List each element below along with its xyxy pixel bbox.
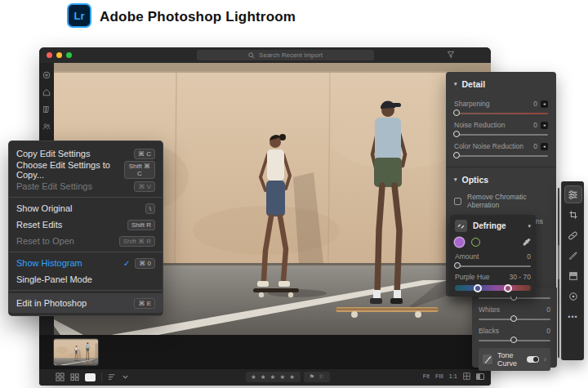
menu-item-edit-in-photoshop[interactable]: Edit in Photoshop ⌘ E	[9, 293, 163, 313]
search-icon	[248, 52, 255, 59]
home-icon[interactable]	[42, 88, 51, 96]
more-tools-icon[interactable]: •••	[564, 308, 582, 326]
shortcut-badge: ⌘ 0	[135, 258, 155, 269]
grid-view-icon[interactable]	[70, 372, 79, 381]
slider-knob[interactable]	[453, 131, 460, 137]
noise-reduction-row: Noise Reduction 0◂	[454, 121, 548, 136]
shortcut-badge: \	[145, 203, 155, 214]
zoom-button[interactable]	[66, 52, 72, 58]
eyedropper-icon[interactable]	[522, 238, 531, 247]
menu-item-paste-edit-settings[interactable]: Paste Edit Settings ⌘ V	[9, 178, 163, 194]
filmstrip-thumbnail[interactable]	[54, 339, 98, 365]
purple-fringe-swatch[interactable]	[455, 238, 464, 247]
zoom-fit-button[interactable]: Fit	[423, 372, 430, 380]
slider-knob[interactable]	[453, 109, 460, 116]
thumbnail-image	[54, 339, 98, 365]
checkmark-icon: ✓	[123, 259, 130, 268]
square-grid-view-icon[interactable]	[56, 372, 65, 381]
chevron-down-icon: ▾	[454, 176, 457, 183]
slider-knob[interactable]	[510, 315, 517, 322]
optics-section-header[interactable]: ▾ Optics	[454, 175, 548, 185]
menu-item-reset-edits[interactable]: Reset Edits Shift R	[9, 216, 163, 233]
my-photos-icon[interactable]	[42, 105, 51, 114]
section-divider	[446, 167, 556, 167]
defringe-popup: Defringe ▾ Amount 0 Purple Hue 30 - 70	[450, 215, 536, 297]
sharpening-slider[interactable]	[454, 113, 548, 114]
tone-curve-toggle[interactable]	[527, 356, 539, 363]
chevron-down-icon: ▾	[454, 81, 457, 87]
collapse-chip-icon[interactable]: ◂	[541, 143, 548, 150]
purple-hue-row: Purple Hue 30 - 70	[455, 273, 531, 291]
edit-tool-icon[interactable]	[564, 185, 582, 203]
lightroom-logo-text: Lr	[74, 10, 85, 22]
chevron-down-icon[interactable]: ▾	[528, 223, 531, 230]
flag-controls[interactable]: ⚑ ⚐	[304, 372, 330, 382]
radial-gradient-tool-icon[interactable]	[564, 288, 582, 305]
shortcut-badge: Shift ⌘ R	[119, 236, 155, 247]
titlebar: Search Recent Import	[39, 47, 491, 63]
traffic-lights	[47, 52, 72, 58]
chevron-right-icon[interactable]: ›	[544, 356, 546, 363]
hue-knob-low[interactable]	[474, 284, 482, 292]
scrollbar-thumb[interactable]	[558, 245, 559, 279]
menu-item-copy-edit-settings[interactable]: Copy Edit Settings ⌘ C	[9, 145, 163, 162]
shortcut-badge: Shift ⌘ C	[124, 161, 155, 179]
amount-slider[interactable]	[455, 265, 531, 267]
defringe-title: Defringe	[473, 221, 522, 230]
menu-item-single-panel-mode[interactable]: Single-Panel Mode	[9, 271, 163, 288]
light-panel: Whites0 Blacks0 Tone Curve ›	[472, 288, 557, 368]
minimize-button[interactable]	[56, 52, 62, 58]
panel-scrollbar[interactable]	[558, 188, 559, 358]
context-menu: Copy Edit Settings ⌘ C Choose Edit Setti…	[8, 140, 163, 316]
linear-gradient-tool-icon[interactable]	[564, 267, 582, 285]
before-after-icon[interactable]	[476, 373, 484, 380]
color-noise-reduction-row: Color Noise Reduction 0◂	[454, 142, 548, 157]
shortcut-badge: ⌘ C	[134, 149, 155, 159]
close-button[interactable]	[47, 52, 52, 58]
collapse-chip-icon[interactable]: ◂	[541, 122, 548, 129]
amount-row: Amount 0	[455, 252, 531, 267]
add-photos-icon[interactable]	[42, 71, 51, 79]
tone-curve-row[interactable]: Tone Curve ›	[479, 348, 550, 371]
sort-icon[interactable]	[108, 372, 117, 381]
detail-section-header[interactable]: ▾ Detail	[454, 79, 548, 89]
slider-knob[interactable]	[510, 337, 517, 343]
divider	[101, 372, 102, 381]
shared-icon[interactable]	[42, 123, 51, 131]
zoom-fill-button[interactable]: Fill	[435, 372, 443, 380]
shortcut-badge: Shift R	[127, 220, 155, 230]
menu-item-show-histogram[interactable]: Show Histogram ✓⌘ 0	[9, 255, 163, 271]
detail-view-icon[interactable]	[85, 373, 96, 381]
healing-brush-tool-icon[interactable]	[564, 226, 582, 244]
checkbox[interactable]	[454, 198, 461, 205]
defringe-icon	[455, 220, 467, 232]
slider-knob[interactable]	[453, 152, 460, 158]
blacks-slider[interactable]	[479, 340, 550, 341]
zoom-1-1-button[interactable]: 1:1	[449, 372, 457, 380]
green-fringe-swatch[interactable]	[471, 238, 480, 247]
whites-slider[interactable]	[479, 319, 550, 320]
collapse-chip-icon[interactable]: ◂	[541, 100, 548, 108]
menu-item-choose-edit-settings[interactable]: Choose Edit Settings to Copy... Shift ⌘ …	[9, 162, 163, 178]
color-noise-reduction-slider[interactable]	[454, 155, 548, 157]
slider-knob[interactable]	[454, 262, 461, 269]
menu-item-reset-to-open[interactable]: Reset to Open Shift ⌘ R	[9, 233, 163, 249]
sharpening-row: Sharpening 0◂	[454, 100, 548, 114]
chevron-down-icon[interactable]	[122, 374, 128, 380]
grid-overlay-icon[interactable]	[463, 372, 470, 380]
star-rating[interactable]: ★ ★ ★ ★ ★	[246, 372, 301, 382]
bottom-toolbar: ★ ★ ★ ★ ★ ⚑ ⚐ Fit Fill 1:1	[39, 369, 491, 386]
hidden-slider[interactable]	[479, 297, 550, 299]
remove-chromatic-aberration-row[interactable]: Remove Chromatic Aberration	[454, 193, 548, 209]
tone-curve-icon	[483, 355, 492, 364]
shortcut-badge: ⌘ V	[134, 181, 155, 192]
purple-hue-slider[interactable]	[455, 285, 531, 291]
filter-icon[interactable]	[447, 51, 455, 59]
menu-separator	[9, 252, 163, 252]
search-input[interactable]: Search Recent Import	[197, 50, 374, 60]
crop-tool-icon[interactable]	[564, 206, 582, 224]
menu-item-show-original[interactable]: Show Original \	[9, 200, 163, 216]
brush-tool-icon[interactable]	[564, 247, 582, 265]
noise-reduction-slider[interactable]	[454, 134, 548, 136]
hue-knob-high[interactable]	[504, 284, 512, 292]
